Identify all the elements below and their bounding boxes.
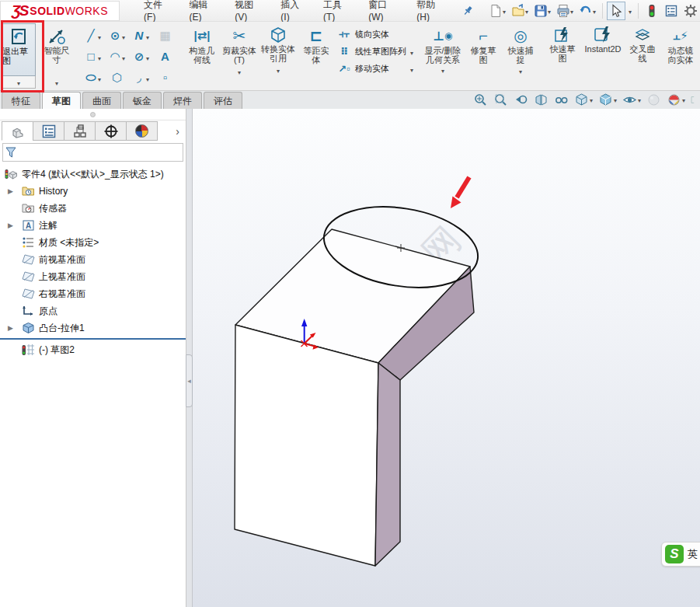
trim-entities-button[interactable]: ✂ 剪裁实体(T) [221,23,258,89]
expand-arrow-icon[interactable] [8,187,16,195]
linear-pattern-button[interactable]: ⠿ 线性草图阵列 [336,44,415,59]
display-delete-relations-button[interactable]: ⊥◉ 显示/删除几何关系 [421,23,465,89]
rollback-bar[interactable] [0,338,186,340]
tab-surfaces[interactable]: 曲面 [82,92,121,109]
tree-item-top-plane[interactable]: 上视基准面 [0,268,186,285]
pin-menu-icon[interactable] [461,3,475,19]
trim-caret-icon [238,66,241,77]
tab-configuration-manager[interactable] [64,121,96,141]
tree-filter-input[interactable] [19,145,183,159]
apply-scene-button[interactable] [667,92,685,107]
arc-tool[interactable]: ◠ [105,46,129,67]
rebuild-button[interactable] [643,2,661,20]
tree-item-right-plane[interactable]: 右视基准面 [0,285,186,302]
expand-arrow-icon[interactable] [8,324,16,332]
ime-language-label[interactable]: 英 [688,547,698,561]
toolbar-separator [638,3,639,19]
tab-sheetmetal[interactable]: 钣金 [123,92,162,109]
panel-collapse-handle[interactable]: ◂ [186,354,193,407]
tab-property-manager[interactable] [33,121,64,141]
rectangle-tool[interactable]: □ [81,46,105,67]
section-view-button[interactable] [534,92,549,107]
sketch-pattern-tool[interactable]: ▦ [153,25,177,46]
tree-item-boss-extrude[interactable]: 凸台-拉伸1 [0,319,186,337]
dynamic-mirror-button[interactable]: ⫠⚡ 动态镜向实体 [660,23,700,89]
tab-evaluate[interactable]: 评估 [204,92,242,109]
previous-view-button[interactable] [514,92,528,107]
tab-features[interactable]: 特征 [2,92,40,109]
smart-dimension-button[interactable]: 智能尺寸 [39,23,75,76]
sketch-icon [22,344,35,356]
tab-featuremanager-tree[interactable] [2,121,33,141]
display-style-caret-icon [614,94,617,105]
move-entities-button[interactable]: ↗▫ 移动实体 [336,61,415,76]
panel-viewport-splitter[interactable]: ◂ [186,109,193,607]
mirror-entities-icon: ⫞⫟ [337,28,351,40]
fillet-tool[interactable]: ◞ [129,67,153,88]
smart-dimension-dropdown[interactable] [39,76,75,89]
print-button[interactable] [554,2,576,20]
tree-item-history[interactable]: History [0,183,186,200]
tree-item-sketch2[interactable]: (-) 草图2 [0,341,186,358]
intersection-curve-button[interactable]: 交叉曲线 [625,23,660,89]
panel-splitter-handle[interactable] [0,109,186,120]
offset-entities-button[interactable]: ⊏ 等距实体 [298,23,334,89]
circle-tool[interactable]: ⊙ [105,25,129,46]
ime-toolbar[interactable]: S 英 [661,542,700,567]
convert-entities-button[interactable]: 转换实体引用 [258,23,298,89]
model-boss-extrude[interactable] [235,229,474,566]
solidworks-logo: ƷS SOLIDWORKS [0,1,120,21]
edit-appearance-button[interactable] [646,92,661,107]
tab-sketch[interactable]: 草图 [42,92,81,109]
exit-sketch-button[interactable]: 退出草图 [2,23,36,76]
expand-arrow-icon[interactable] [8,222,16,229]
tree-item-origin[interactable]: 原点 [0,302,186,319]
view-orientation-caret-icon [590,94,593,105]
graphics-viewport[interactable]: 软件自学网 WWW.RJZXW.COM [193,109,700,607]
construction-geometry-label: 构造几何线 [186,46,218,65]
zoom-to-fit-button[interactable] [473,92,488,107]
smart-dimension-label: 智能尺寸 [41,46,72,65]
quick-snaps-button[interactable]: ◎ 快速捕捉 [502,23,539,89]
options-button[interactable] [662,2,681,20]
exit-sketch-dropdown[interactable] [2,76,36,89]
model-canvas[interactable]: 软件自学网 WWW.RJZXW.COM [193,109,700,607]
undo-button[interactable] [576,2,598,20]
view-settings-button[interactable] [691,92,698,107]
rapid-sketch-button[interactable]: 快速草图 [544,23,581,89]
display-style-button[interactable] [598,92,617,107]
sogou-logo-icon[interactable]: S [665,545,684,563]
tab-weldments[interactable]: 焊件 [163,92,202,109]
polygon-tool[interactable]: ⬡ [105,67,129,88]
panel-tabs-overflow-chevron[interactable]: › [157,121,184,141]
tab-display-manager[interactable] [126,121,158,141]
mirror-entities-button[interactable]: ⫞⫟ 镜向实体 [336,26,415,42]
text-tool[interactable]: A [153,46,177,67]
spline-tool[interactable]: N [129,25,153,46]
zoom-to-area-button[interactable] [493,92,508,107]
construction-geometry-button[interactable]: |⇄| 构造几何线 [183,23,221,89]
repair-sketch-button[interactable]: ⌐ 修复草图 [465,23,502,89]
history-folder-icon [22,185,35,197]
tree-item-part[interactable]: 零件4 (默认<<默认>_显示状态 1>) [0,166,186,183]
open-button[interactable] [509,2,531,20]
tree-item-front-plane[interactable]: 前视基准面 [0,251,186,268]
view-orientation-button[interactable] [574,92,593,107]
tree-item-material[interactable]: 材质 <未指定> [0,234,186,251]
instant2d-button[interactable]: Instant2D [581,23,625,89]
tree-item-sensors[interactable]: 传感器 [0,200,186,217]
ellipse-tool[interactable]: ⊘ [129,46,153,67]
tree-item-annotations[interactable]: A 注解 [0,217,186,234]
slot-tool[interactable]: ⬭ [81,67,105,88]
save-button[interactable] [531,2,553,20]
tree-item-label: 右视基准面 [39,288,85,301]
hide-show-items-button[interactable] [622,92,641,107]
tab-dimxpert-manager[interactable] [95,121,127,141]
point-tool[interactable]: ▫ [153,67,177,88]
select-tool-caret[interactable] [626,3,634,19]
line-tool[interactable]: ╱ [81,25,105,46]
settings-button[interactable] [681,2,700,20]
new-document-button[interactable] [486,2,508,20]
view-annotations-button[interactable] [554,92,569,107]
select-tool-button[interactable] [607,2,625,20]
